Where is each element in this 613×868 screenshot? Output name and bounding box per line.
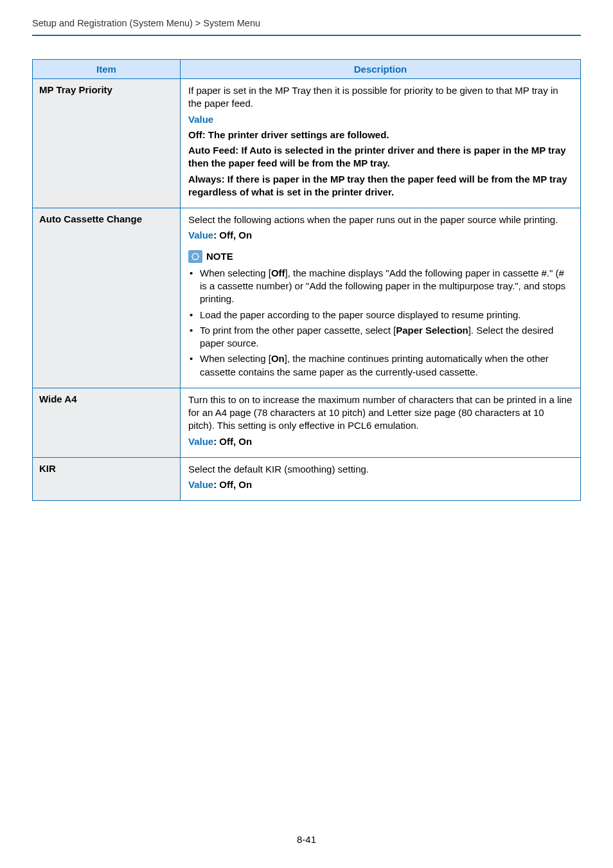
text: Select the following actions when the pa…: [188, 213, 573, 226]
table-row: KIR Select the default KIR (smoothing) s…: [33, 457, 581, 501]
text: Off: The printer driver settings are fol…: [188, 129, 573, 141]
value-label: Value: [188, 479, 213, 490]
item-wide-a4: Wide A4: [33, 388, 181, 457]
breadcrumb: Setup and Registration (System Menu) > S…: [32, 18, 581, 35]
value-label: Value: [188, 436, 213, 447]
note-callout: NOTE: [188, 250, 233, 263]
note-list: When selecting [Off], the machine displa…: [188, 267, 573, 379]
page-number: 8-41: [0, 834, 613, 845]
list-item: To print from the other paper cassette, …: [188, 324, 573, 350]
item-auto-cassette-change: Auto Cassette Change: [33, 208, 181, 388]
list-item: Load the paper according to the paper so…: [188, 309, 573, 321]
list-item: When selecting [On], the machine continu…: [188, 352, 573, 379]
text: Turn this to on to increase the maximum …: [188, 393, 573, 433]
header-description: Description: [181, 60, 581, 79]
text: Auto Feed: If Auto is selected in the pr…: [188, 144, 573, 170]
header-divider: [32, 35, 581, 36]
text: If paper is set in the MP Tray then it i…: [188, 84, 573, 111]
table-row: MP Tray Priority If paper is set in the …: [33, 79, 581, 208]
list-item: When selecting [Off], the machine displa…: [188, 267, 573, 306]
table-row: Wide A4 Turn this to on to increase the …: [33, 388, 581, 457]
value-text: : Off, On: [213, 230, 252, 240]
text: Select the default KIR (smoothing) setti…: [188, 463, 573, 476]
note-label: NOTE: [206, 250, 233, 263]
value-label: Value: [188, 230, 213, 240]
desc-kir: Select the default KIR (smoothing) setti…: [181, 457, 581, 501]
value-text: : Off, On: [213, 479, 252, 490]
value-label: Value: [188, 114, 213, 125]
desc-auto-cassette-change: Select the following actions when the pa…: [181, 208, 581, 388]
table-row: Auto Cassette Change Select the followin…: [33, 208, 581, 388]
desc-mp-tray-priority: If paper is set in the MP Tray then it i…: [181, 79, 581, 208]
header-item: Item: [33, 60, 181, 79]
svg-point-0: [192, 253, 198, 259]
text: Always: If there is paper in the MP tray…: [188, 173, 573, 199]
item-mp-tray-priority: MP Tray Priority: [33, 79, 181, 208]
desc-wide-a4: Turn this to on to increase the maximum …: [181, 388, 581, 457]
item-kir: KIR: [33, 457, 181, 501]
settings-table: Item Description MP Tray Priority If pap…: [32, 59, 581, 501]
value-text: : Off, On: [213, 436, 252, 447]
note-icon: [188, 250, 202, 263]
